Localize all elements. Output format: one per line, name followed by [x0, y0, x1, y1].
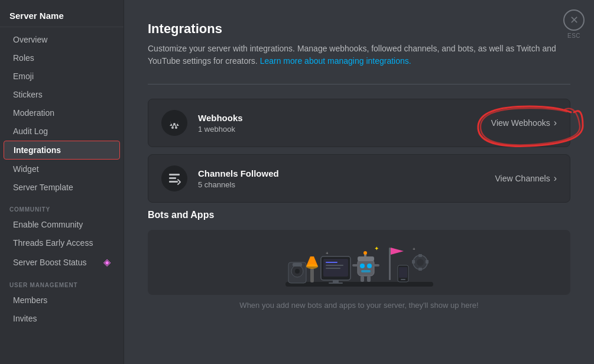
sidebar-item-label: Audit Log [13, 126, 48, 136]
svg-point-25 [367, 264, 372, 268]
svg-rect-21 [326, 265, 343, 266]
sidebar-item-widget[interactable]: Widget [4, 160, 120, 178]
chevron-right-icon: › [554, 173, 557, 184]
sidebar-item-label: Integrations [14, 145, 61, 155]
boost-icon: ◈ [103, 256, 111, 268]
svg-rect-33 [367, 276, 371, 282]
page-title: Integrations [148, 21, 570, 37]
sidebar-item-audit-log[interactable]: Audit Log [4, 122, 120, 140]
svg-rect-20 [326, 262, 337, 263]
bots-empty-text: When you add new bots and apps to your s… [148, 301, 570, 310]
svg-rect-41 [418, 254, 422, 257]
svg-rect-8 [285, 282, 433, 287]
svg-point-24 [360, 264, 365, 268]
svg-rect-44 [426, 260, 429, 264]
sidebar-item-label: Widget [13, 164, 39, 174]
svg-rect-31 [374, 264, 379, 266]
channels-followed-card: Channels Followed 5 channels View Channe… [148, 154, 570, 203]
section-divider [148, 84, 570, 84]
svg-point-40 [417, 259, 424, 266]
sidebar-item-label: Threads Early Access [13, 238, 93, 248]
sidebar-item-stickers[interactable]: Stickers [4, 86, 120, 103]
learn-more-link[interactable]: Learn more about managing integrations. [260, 56, 411, 66]
close-button[interactable]: ✕ [563, 9, 585, 31]
webhook-svg-icon [167, 116, 181, 130]
channels-card-info: Channels Followed 5 channels [198, 168, 495, 189]
svg-rect-37 [399, 267, 407, 278]
svg-point-29 [363, 251, 367, 255]
webhooks-card: Webhooks 1 webhook View Webhooks › [148, 99, 570, 147]
svg-point-4 [173, 123, 176, 125]
bots-illustration-svg: + ✦ + [274, 230, 445, 295]
sidebar-item-roles[interactable]: Roles [4, 49, 120, 67]
sidebar-item-label: Members [13, 295, 47, 305]
sidebar-item-server-boost-status[interactable]: Server Boost Status ◈ [4, 252, 120, 272]
sidebar-item-label: Enable Community [13, 220, 83, 229]
svg-rect-43 [412, 260, 415, 264]
close-icon: ✕ [570, 14, 579, 27]
sidebar-item-integrations[interactable]: Integrations [4, 141, 120, 160]
view-webhooks-label: View Webhooks [491, 118, 550, 128]
svg-point-1 [175, 126, 177, 129]
sidebar-item-enable-community[interactable]: Enable Community [4, 216, 120, 233]
svg-text:+: + [413, 246, 416, 252]
channels-subtitle: 5 channels [198, 180, 495, 189]
view-webhooks-button[interactable]: View Webhooks › [491, 118, 557, 128]
sidebar: Server Name Overview Roles Emoji Sticker… [0, 0, 124, 364]
svg-point-11 [295, 269, 300, 274]
svg-point-0 [171, 126, 174, 129]
svg-rect-26 [361, 270, 371, 272]
webhooks-subtitle: 1 webhook [198, 125, 491, 134]
svg-rect-38 [401, 279, 405, 280]
sidebar-item-threads-early-access[interactable]: Threads Early Access [4, 234, 120, 252]
svg-rect-13 [310, 268, 314, 282]
sidebar-item-members[interactable]: Members [4, 291, 120, 309]
svg-rect-12 [293, 263, 302, 266]
svg-rect-32 [361, 276, 364, 282]
svg-rect-42 [418, 268, 422, 271]
svg-rect-34 [389, 248, 391, 280]
server-name: Server Name [0, 5, 124, 27]
bots-illustration: + ✦ + [148, 230, 570, 295]
svg-rect-7 [169, 181, 178, 183]
sidebar-item-moderation[interactable]: Moderation [4, 104, 120, 122]
sidebar-item-label: Server Template [13, 183, 73, 192]
webhooks-title: Webhooks [198, 113, 491, 123]
svg-point-15 [306, 264, 318, 269]
sidebar-item-overview[interactable]: Overview [4, 31, 120, 48]
svg-rect-19 [329, 282, 343, 284]
sidebar-item-label: Overview [13, 35, 47, 44]
sidebar-item-server-template[interactable]: Server Template [4, 178, 120, 196]
sidebar-item-label: Roles [13, 53, 34, 63]
channel-svg-icon [167, 171, 181, 186]
main-content: ✕ ESC Integrations Customize your server… [124, 0, 594, 364]
svg-rect-5 [169, 174, 180, 176]
svg-marker-35 [391, 248, 404, 255]
svg-rect-23 [358, 259, 374, 276]
view-channels-label: View Channels [495, 174, 550, 183]
channels-title: Channels Followed [198, 168, 495, 178]
user-management-section-label: USER MANAGEMENT [0, 272, 124, 291]
sidebar-item-label: Stickers [13, 90, 43, 99]
sidebar-item-label: Emoji [13, 72, 34, 81]
svg-rect-22 [326, 268, 340, 269]
sidebar-item-label: Server Boost Status [13, 258, 87, 267]
community-section-label: COMMUNITY [0, 197, 124, 215]
svg-rect-6 [169, 177, 176, 179]
close-button-area[interactable]: ✕ ESC [563, 9, 585, 39]
webhooks-icon [161, 110, 187, 136]
webhooks-card-info: Webhooks 1 webhook [198, 113, 491, 134]
page-description: Customize your server with integrations.… [148, 43, 570, 67]
chevron-right-icon: › [554, 118, 557, 128]
sidebar-item-emoji[interactable]: Emoji [4, 67, 120, 85]
sidebar-item-label: Invites [13, 314, 37, 323]
sidebar-item-invites[interactable]: Invites [4, 310, 120, 327]
svg-text:✦: ✦ [374, 245, 379, 252]
view-webhooks-wrap: View Webhooks › [491, 118, 557, 128]
bots-section-title: Bots and Apps [148, 210, 570, 220]
esc-label: ESC [567, 32, 580, 39]
svg-rect-30 [352, 264, 358, 266]
svg-rect-27 [358, 256, 374, 261]
svg-text:+: + [326, 251, 329, 256]
view-channels-button[interactable]: View Channels › [495, 173, 557, 184]
